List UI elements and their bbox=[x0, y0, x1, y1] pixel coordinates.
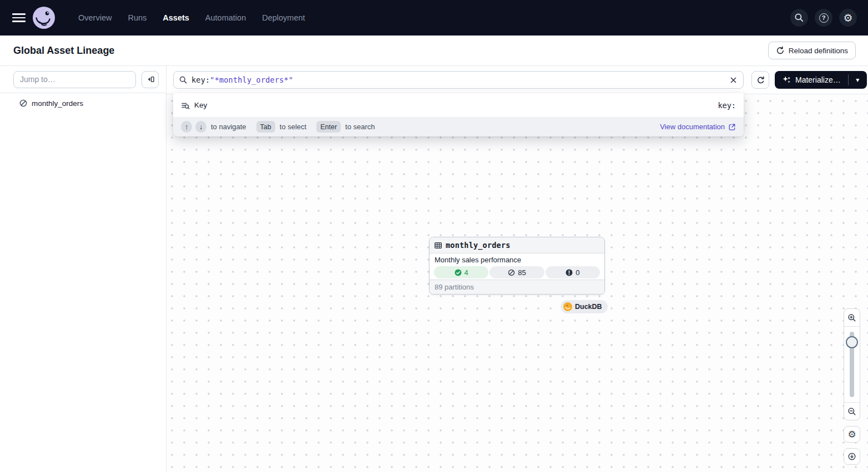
chevron-down-icon: ▾ bbox=[856, 76, 859, 84]
arrow-up-key: ↑ bbox=[181, 121, 192, 133]
nav-item-overview[interactable]: Overview bbox=[78, 13, 112, 22]
asset-node-title: monthly_orders bbox=[446, 241, 511, 250]
collapse-sidebar-button[interactable] bbox=[142, 71, 159, 88]
search-icon bbox=[179, 76, 187, 84]
reload-definitions-label: Reload definitions bbox=[789, 47, 848, 55]
topnav-action-icons: ? ⚙ bbox=[790, 9, 857, 27]
lineage-toolbar: key:"*monthly_orders*" bbox=[166, 66, 868, 94]
search-suggestion-dropdown: Key key: ↑ ↓ to navigate Tab to select E… bbox=[173, 93, 744, 136]
filter-query-prefix: key: bbox=[191, 75, 210, 84]
primary-nav-links: Overview Runs Assets Automation Deployme… bbox=[78, 13, 305, 22]
asset-node-header: monthly_orders bbox=[430, 237, 604, 253]
status-none-icon bbox=[19, 99, 28, 108]
global-search-button[interactable] bbox=[790, 9, 808, 27]
suggestion-label: Key bbox=[194, 101, 207, 109]
recenter-view-button[interactable] bbox=[844, 448, 860, 465]
check-circle-icon bbox=[455, 269, 462, 276]
failed-count-badge[interactable]: 0 bbox=[546, 266, 600, 278]
help-icon: ? bbox=[819, 13, 829, 23]
duckdb-icon bbox=[563, 302, 572, 311]
nav-item-assets[interactable]: Assets bbox=[163, 13, 189, 22]
missing-count-badge[interactable]: 85 bbox=[489, 266, 544, 278]
view-documentation-label: View documentation bbox=[660, 123, 725, 131]
zoom-slider-handle[interactable] bbox=[846, 336, 858, 348]
materialize-dropdown-button[interactable]: ▾ bbox=[849, 71, 867, 89]
nav-item-runs[interactable]: Runs bbox=[128, 13, 147, 22]
suggestion-syntax: key: bbox=[718, 101, 736, 110]
zoom-control-group bbox=[844, 308, 860, 420]
page-title: Global Asset Lineage bbox=[13, 45, 114, 57]
failed-count: 0 bbox=[576, 268, 579, 277]
refresh-graph-button[interactable] bbox=[751, 71, 769, 89]
asset-filter-input[interactable]: key:"*monthly_orders*" bbox=[173, 71, 744, 89]
filter-query-term: "*monthly_orders*" bbox=[210, 75, 293, 84]
materialize-split-button: Materialize… ▾ bbox=[775, 71, 867, 89]
external-link-icon bbox=[728, 123, 736, 131]
asset-node-monthly-orders[interactable]: monthly_orders Monthly sales performance… bbox=[429, 237, 605, 295]
top-navigation-bar: Overview Runs Assets Automation Deployme… bbox=[0, 0, 868, 35]
sidebar-asset-item[interactable]: monthly_orders bbox=[0, 93, 166, 111]
materialized-count: 4 bbox=[465, 268, 468, 277]
search-icon bbox=[794, 13, 804, 23]
materialize-label: Materialize… bbox=[795, 75, 841, 84]
storage-tag-label: DuckDB bbox=[575, 303, 602, 311]
missing-count: 85 bbox=[518, 268, 526, 277]
recenter-icon bbox=[847, 452, 856, 461]
filter-query-text: key:"*monthly_orders*" bbox=[191, 75, 293, 84]
help-button[interactable]: ? bbox=[815, 9, 832, 27]
zoom-out-button[interactable] bbox=[844, 402, 860, 420]
zoom-out-icon bbox=[847, 407, 856, 416]
zoom-in-icon bbox=[847, 313, 856, 322]
jump-to-input[interactable] bbox=[13, 71, 136, 88]
gear-icon: ⚙ bbox=[843, 13, 852, 23]
page-header: Global Asset Lineage Reload definitions bbox=[0, 35, 868, 66]
graph-settings-button[interactable]: ⚙ bbox=[844, 426, 860, 443]
suggestion-footer: ↑ ↓ to navigate Tab to select Enter to s… bbox=[173, 117, 744, 136]
zoom-slider[interactable] bbox=[844, 327, 860, 402]
reload-icon bbox=[776, 46, 785, 55]
reload-definitions-button[interactable]: Reload definitions bbox=[768, 42, 856, 59]
search-hint: to search bbox=[345, 123, 375, 131]
lineage-graph-canvas[interactable]: key:"*monthly_orders*" bbox=[166, 66, 868, 472]
sparkles-icon bbox=[782, 75, 791, 84]
zoom-in-button[interactable] bbox=[844, 309, 860, 327]
settings-button[interactable]: ⚙ bbox=[839, 9, 857, 27]
suggestion-row-key[interactable]: Key key: bbox=[173, 93, 744, 117]
sidebar-toolbar bbox=[0, 66, 166, 93]
nav-item-automation[interactable]: Automation bbox=[205, 13, 246, 22]
gear-icon: ⚙ bbox=[847, 430, 856, 439]
table-icon bbox=[434, 241, 442, 250]
view-documentation-link[interactable]: View documentation bbox=[660, 123, 736, 131]
global-asset-lineage-page: Overview Runs Assets Automation Deployme… bbox=[0, 0, 868, 472]
select-hint: to select bbox=[280, 123, 306, 131]
asset-list-sidebar: monthly_orders bbox=[0, 66, 166, 472]
duckdb-storage-tag[interactable]: DuckDB bbox=[561, 300, 608, 313]
tab-key: Tab bbox=[256, 121, 275, 133]
nav-item-deployment[interactable]: Deployment bbox=[262, 13, 305, 22]
asset-node-badges: 4 85 0 bbox=[434, 266, 600, 278]
navigate-hint: to navigate bbox=[211, 123, 246, 131]
close-icon bbox=[730, 77, 737, 84]
materialized-count-badge[interactable]: 4 bbox=[434, 266, 488, 278]
arrow-down-key: ↓ bbox=[195, 121, 206, 133]
refresh-icon bbox=[756, 76, 765, 84]
materialize-button[interactable]: Materialize… bbox=[775, 71, 848, 89]
partitions-count: 89 partitions bbox=[435, 283, 474, 291]
enter-key: Enter bbox=[316, 121, 341, 133]
slash-circle-icon bbox=[508, 269, 515, 276]
sidebar-asset-label: monthly_orders bbox=[32, 99, 83, 108]
asset-node-footer: 89 partitions bbox=[430, 280, 604, 294]
collapse-panel-icon bbox=[146, 75, 155, 84]
clear-search-button[interactable] bbox=[726, 73, 740, 87]
dagster-logo[interactable] bbox=[33, 7, 55, 29]
alert-circle-icon bbox=[566, 269, 573, 276]
filter-search-icon bbox=[181, 101, 190, 110]
asset-node-description: Monthly sales performance bbox=[435, 256, 599, 264]
hamburger-menu-icon[interactable] bbox=[12, 11, 26, 24]
